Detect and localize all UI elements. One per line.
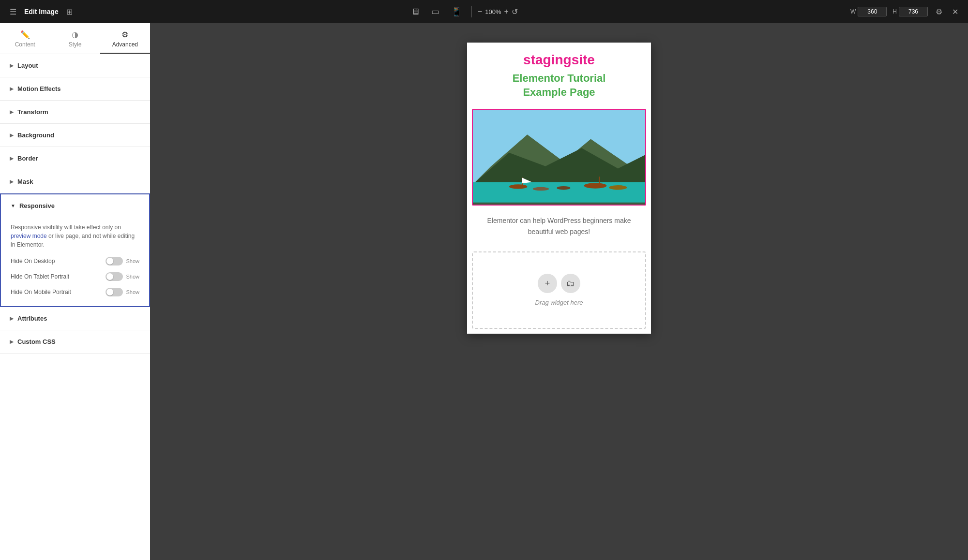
section-transform[interactable]: ▶ Transform — [0, 101, 150, 124]
topbar-right: W H ⚙ ✕ — [850, 5, 960, 18]
desktop-toggle-label: Hide On Desktop — [11, 258, 55, 265]
zoom-out-button[interactable]: − — [478, 7, 482, 16]
tablet-toggle[interactable] — [106, 272, 123, 281]
svg-point-11 — [609, 185, 627, 190]
section-attributes[interactable]: ▶ Attributes — [0, 307, 150, 330]
preview-mode-link[interactable]: preview mode — [11, 233, 47, 239]
section-responsive: ▼ Responsive Responsive visibility will … — [0, 193, 150, 307]
section-background-header[interactable]: ▶ Background — [0, 124, 150, 147]
zoom-reset-button[interactable]: ↺ — [512, 7, 518, 16]
section-transform-header[interactable]: ▶ Transform — [0, 101, 150, 123]
custom-css-chevron-icon: ▶ — [10, 339, 14, 344]
height-group: H — [892, 7, 928, 16]
svg-rect-3 — [473, 182, 645, 203]
tab-style[interactable]: ◑ Style — [50, 23, 100, 54]
width-input[interactable] — [858, 7, 887, 16]
section-transform-label: Transform — [17, 108, 48, 116]
svg-point-4 — [509, 184, 527, 189]
desktop-show-label: Show — [126, 258, 139, 264]
content-icon: ✏️ — [20, 30, 30, 39]
close-button[interactable]: ✕ — [950, 5, 960, 18]
canvas-area[interactable]: stagingsite Elementor Tutorial Example P… — [150, 23, 968, 560]
page-header: stagingsite Elementor Tutorial Example P… — [467, 43, 651, 109]
main-layout: ✏️ Content ◑ Style ⚙ Advanced ▶ Layout ▶ — [0, 23, 968, 560]
section-custom-css-label: Custom CSS — [17, 338, 56, 345]
apps-grid-button[interactable]: ⊞ — [64, 5, 75, 18]
zoom-level: 100% — [485, 8, 501, 15]
section-attributes-header[interactable]: ▶ Attributes — [0, 307, 150, 330]
page-image[interactable] — [472, 109, 646, 206]
mobile-show-label: Show — [126, 289, 139, 295]
topbar-left: ☰ Edit Image ⊞ — [8, 5, 75, 18]
tab-bar: ✏️ Content ◑ Style ⚙ Advanced — [0, 23, 150, 54]
tablet-toggle-container: Show — [106, 272, 139, 281]
section-mask-label: Mask — [17, 178, 33, 185]
mask-chevron-icon: ▶ — [10, 179, 14, 184]
section-border-label: Border — [17, 155, 38, 162]
tab-content[interactable]: ✏️ Content — [0, 23, 50, 54]
attributes-chevron-icon: ▶ — [10, 316, 14, 321]
mobile-toggle[interactable] — [106, 288, 123, 296]
height-label: H — [892, 8, 897, 15]
tab-content-label: Content — [15, 41, 35, 48]
zoom-in-button[interactable]: + — [504, 7, 509, 16]
divider — [471, 6, 472, 17]
hamburger-menu-button[interactable]: ☰ — [8, 5, 18, 18]
tab-advanced-label: Advanced — [112, 41, 138, 48]
toggle-row-desktop: Hide On Desktop Show — [11, 257, 139, 265]
drag-widget-area[interactable]: + 🗂 Drag widget here — [472, 251, 646, 329]
section-mask[interactable]: ▶ Mask — [0, 170, 150, 193]
transform-chevron-icon: ▶ — [10, 109, 14, 115]
style-icon: ◑ — [72, 30, 78, 39]
page-subtitle: Elementor Tutorial Example Page — [477, 72, 641, 99]
topbar-center: 🖥 ▭ 📱 − 100% + ↺ — [407, 4, 518, 19]
width-label: W — [850, 8, 856, 15]
width-group: W — [850, 7, 887, 16]
section-background[interactable]: ▶ Background — [0, 124, 150, 147]
section-border-header[interactable]: ▶ Border — [0, 147, 150, 170]
page-description: Elementor can help WordPress beginners m… — [467, 206, 651, 247]
desktop-toggle[interactable] — [106, 257, 123, 265]
folder-button[interactable]: 🗂 — [561, 274, 580, 293]
responsive-chevron-icon: ▼ — [11, 203, 15, 208]
height-input[interactable] — [899, 7, 928, 16]
section-motion-header[interactable]: ▶ Motion Effects — [0, 77, 150, 100]
section-layout-header[interactable]: ▶ Layout — [0, 54, 150, 77]
section-responsive-header[interactable]: ▼ Responsive — [1, 194, 149, 217]
section-responsive-label: Responsive — [19, 202, 55, 209]
settings-button[interactable]: ⚙ — [934, 5, 944, 18]
sidebar: ✏️ Content ◑ Style ⚙ Advanced ▶ Layout ▶ — [0, 23, 150, 560]
zoom-controls: − 100% + ↺ — [478, 7, 518, 16]
section-layout[interactable]: ▶ Layout — [0, 54, 150, 77]
svg-point-8 — [584, 183, 607, 189]
tablet-show-label: Show — [126, 274, 139, 280]
svg-point-10 — [533, 187, 549, 191]
desktop-view-button[interactable]: 🖥 — [407, 5, 424, 19]
tablet-view-button[interactable]: ▭ — [427, 4, 443, 19]
section-custom-css-header[interactable]: ▶ Custom CSS — [0, 330, 150, 353]
motion-chevron-icon: ▶ — [10, 86, 14, 91]
section-mask-header[interactable]: ▶ Mask — [0, 170, 150, 193]
responsive-notice: Responsive visibility will take effect o… — [11, 223, 139, 249]
layout-chevron-icon: ▶ — [10, 63, 14, 68]
tab-style-label: Style — [69, 41, 82, 48]
mountain-svg — [473, 110, 645, 205]
topbar: ☰ Edit Image ⊞ 🖥 ▭ 📱 − 100% + ↺ W H ⚙ ✕ — [0, 0, 968, 23]
topbar-title: Edit Image — [24, 8, 59, 15]
section-custom-css[interactable]: ▶ Custom CSS — [0, 330, 150, 354]
page-preview: stagingsite Elementor Tutorial Example P… — [467, 43, 651, 334]
section-motion-label: Motion Effects — [17, 85, 61, 92]
section-motion-effects[interactable]: ▶ Motion Effects — [0, 77, 150, 101]
add-widget-button[interactable]: + — [538, 274, 557, 293]
section-border[interactable]: ▶ Border — [0, 147, 150, 170]
mobile-view-button[interactable]: 📱 — [447, 4, 466, 19]
border-chevron-icon: ▶ — [10, 156, 14, 161]
section-background-label: Background — [17, 132, 54, 139]
tab-advanced[interactable]: ⚙ Advanced — [100, 23, 150, 54]
tablet-toggle-label: Hide On Tablet Portrait — [11, 273, 69, 280]
mobile-toggle-container: Show — [106, 288, 139, 296]
site-title: stagingsite — [477, 52, 641, 68]
drag-widget-buttons: + 🗂 — [538, 274, 580, 293]
mobile-toggle-label: Hide On Mobile Portrait — [11, 289, 71, 295]
section-attributes-label: Attributes — [17, 315, 47, 322]
